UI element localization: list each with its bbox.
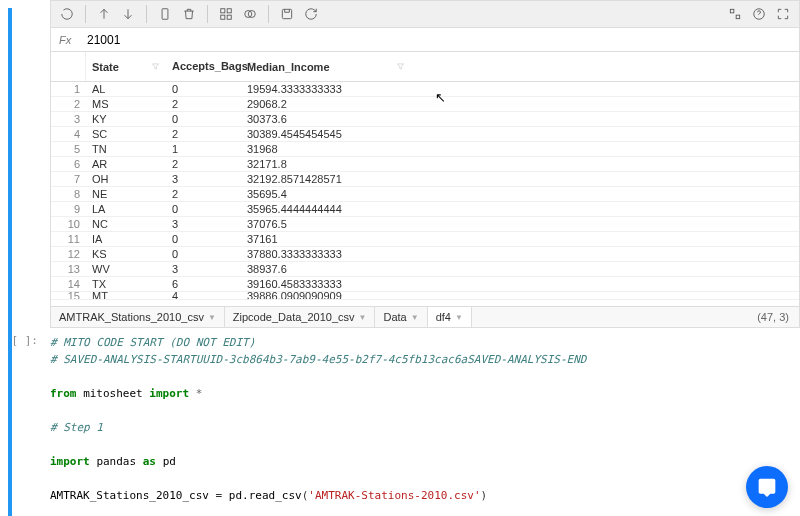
delete-icon[interactable] [179, 4, 199, 24]
cell-accepts-bags[interactable]: 0 [166, 203, 241, 215]
add-column-icon[interactable] [155, 4, 175, 24]
row-number: 3 [51, 113, 86, 125]
cell-state[interactable]: MS [86, 98, 166, 110]
chevron-down-icon[interactable]: ▼ [359, 313, 367, 322]
cell-state[interactable]: LA [86, 203, 166, 215]
table-row[interactable]: 5TN131968 [51, 142, 799, 157]
cell-median-income[interactable]: 31968 [241, 143, 411, 155]
sheet-dimensions: (47, 3) [747, 311, 799, 323]
cell-accepts-bags[interactable]: 6 [166, 278, 241, 290]
cell-accepts-bags[interactable]: 1 [166, 143, 241, 155]
sheet-tab[interactable]: Data▼ [375, 307, 427, 327]
cell-accepts-bags[interactable]: 2 [166, 98, 241, 110]
table-row[interactable]: 6AR232171.8 [51, 157, 799, 172]
cell-median-income[interactable]: 32171.8 [241, 158, 411, 170]
data-grid: State Accepts_Bags Median_Income 1AL0195… [50, 52, 800, 306]
row-number: 13 [51, 263, 86, 275]
cell-median-income[interactable]: 29068.2 [241, 98, 411, 110]
down-arrow-icon[interactable] [118, 4, 138, 24]
cell-state[interactable]: OH [86, 173, 166, 185]
cell-median-income[interactable]: 37161 [241, 233, 411, 245]
table-row[interactable]: 9LA035965.4444444444 [51, 202, 799, 217]
table-row[interactable]: 11IA037161 [51, 232, 799, 247]
cell-run-indicator [8, 8, 12, 516]
table-row[interactable]: 15MT439886.0909090909 [51, 292, 799, 300]
cell-state[interactable]: TN [86, 143, 166, 155]
fullscreen-icon[interactable] [773, 4, 793, 24]
cell-state[interactable]: WV [86, 263, 166, 275]
cell-state[interactable]: MT [86, 292, 166, 300]
table-row[interactable]: 14TX639160.4583333333 [51, 277, 799, 292]
cell-state[interactable]: NE [86, 188, 166, 200]
toolbar-separator [268, 5, 269, 23]
cell-median-income[interactable]: 37880.3333333333 [241, 248, 411, 260]
cell-median-income[interactable]: 30373.6 [241, 113, 411, 125]
undo-icon[interactable] [57, 4, 77, 24]
table-row[interactable]: 12KS037880.3333333333 [51, 247, 799, 262]
replay-icon[interactable] [301, 4, 321, 24]
sheet-tab[interactable]: Zipcode_Data_2010_csv▼ [225, 307, 376, 327]
cell-accepts-bags[interactable]: 2 [166, 158, 241, 170]
grid-header-row: State Accepts_Bags Median_Income [51, 52, 799, 82]
cell-state[interactable]: SC [86, 128, 166, 140]
column-header-median-income[interactable]: Median_Income [241, 52, 411, 81]
column-header-accepts-bags[interactable]: Accepts_Bags [166, 52, 241, 81]
cell-median-income[interactable]: 35695.4 [241, 188, 411, 200]
svg-rect-2 [227, 9, 231, 13]
cell-median-income[interactable]: 39160.4583333333 [241, 278, 411, 290]
row-number: 1 [51, 83, 86, 95]
cell-accepts-bags[interactable]: 3 [166, 218, 241, 230]
table-row[interactable]: 10NC337076.5 [51, 217, 799, 232]
cell-median-income[interactable]: 39886.0909090909 [241, 292, 411, 300]
cell-state[interactable]: IA [86, 233, 166, 245]
cell-state[interactable]: NC [86, 218, 166, 230]
cell-accepts-bags[interactable]: 3 [166, 263, 241, 275]
up-arrow-icon[interactable] [94, 4, 114, 24]
filter-icon[interactable] [396, 61, 405, 73]
cell-median-income[interactable]: 37076.5 [241, 218, 411, 230]
chevron-down-icon[interactable]: ▼ [455, 313, 463, 322]
toolbar-separator [146, 5, 147, 23]
table-row[interactable]: 7OH332192.8571428571 [51, 172, 799, 187]
cell-median-income[interactable]: 19594.3333333333 [241, 83, 411, 95]
save-icon[interactable] [277, 4, 297, 24]
cell-state[interactable]: TX [86, 278, 166, 290]
cell-accepts-bags[interactable]: 2 [166, 188, 241, 200]
cell-median-income[interactable]: 30389.4545454545 [241, 128, 411, 140]
cell-state[interactable]: KY [86, 113, 166, 125]
code-body[interactable]: # MITO CODE START (DO NOT EDIT) # SAVED-… [50, 334, 800, 516]
formula-bar: Fx [50, 28, 800, 52]
table-row[interactable]: 4SC230389.4545454545 [51, 127, 799, 142]
cell-state[interactable]: AL [86, 83, 166, 95]
chat-help-button[interactable] [746, 466, 788, 508]
filter-icon[interactable] [151, 61, 160, 73]
chevron-down-icon[interactable]: ▼ [411, 313, 419, 322]
merge-icon[interactable] [240, 4, 260, 24]
cell-median-income[interactable]: 38937.6 [241, 263, 411, 275]
grid-body[interactable]: 1AL019594.33333333332MS229068.23KY030373… [51, 82, 799, 306]
cell-accepts-bags[interactable]: 2 [166, 128, 241, 140]
cell-state[interactable]: KS [86, 248, 166, 260]
table-row[interactable]: 2MS229068.2 [51, 97, 799, 112]
help-icon[interactable] [749, 4, 769, 24]
table-row[interactable]: 1AL019594.3333333333 [51, 82, 799, 97]
steps-icon[interactable] [725, 4, 745, 24]
formula-input[interactable] [81, 33, 799, 47]
cell-accepts-bags[interactable]: 0 [166, 113, 241, 125]
sheet-tab[interactable]: df4▼ [428, 307, 472, 327]
table-row[interactable]: 3KY030373.6 [51, 112, 799, 127]
pivot-icon[interactable] [216, 4, 236, 24]
column-header-state[interactable]: State [86, 52, 166, 81]
cell-accepts-bags[interactable]: 3 [166, 173, 241, 185]
cell-accepts-bags[interactable]: 0 [166, 248, 241, 260]
table-row[interactable]: 13WV338937.6 [51, 262, 799, 277]
cell-state[interactable]: AR [86, 158, 166, 170]
cell-median-income[interactable]: 32192.8571428571 [241, 173, 411, 185]
cell-accepts-bags[interactable]: 0 [166, 233, 241, 245]
table-row[interactable]: 8NE235695.4 [51, 187, 799, 202]
chevron-down-icon[interactable]: ▼ [208, 313, 216, 322]
sheet-tab[interactable]: AMTRAK_Stations_2010_csv▼ [51, 307, 225, 327]
cell-accepts-bags[interactable]: 4 [166, 292, 241, 300]
cell-median-income[interactable]: 35965.4444444444 [241, 203, 411, 215]
cell-accepts-bags[interactable]: 0 [166, 83, 241, 95]
